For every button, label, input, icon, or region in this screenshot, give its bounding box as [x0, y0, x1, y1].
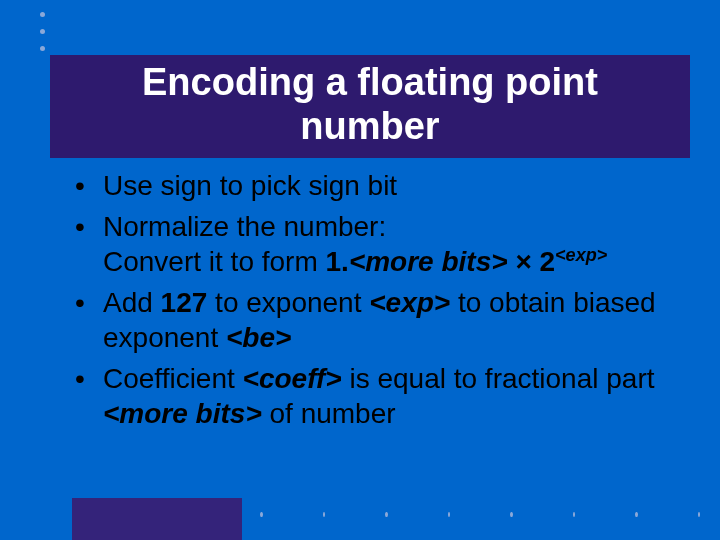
slide: Encoding a floating point number Use sig… — [0, 0, 720, 540]
literal-127: 127 — [161, 287, 208, 318]
times-symbol: × — [508, 246, 540, 277]
placeholder-exp-superscript: <exp> — [555, 245, 607, 265]
literal-one: 1. — [326, 246, 349, 277]
placeholder-more-bits: <more bits> — [103, 398, 262, 429]
bullet-item: Add 127 to exponent <exp> to obtain bias… — [75, 285, 680, 355]
literal-two: 2 — [540, 246, 556, 277]
bullet-item: Coefficient <coeff> is equal to fraction… — [75, 361, 680, 431]
bullet-text: Add — [103, 287, 161, 318]
placeholder-be: <be> — [226, 322, 291, 353]
bullet-text: to exponent — [207, 287, 369, 318]
dot-icon — [573, 512, 576, 517]
placeholder-exp: <exp> — [369, 287, 450, 318]
dot-icon — [260, 512, 263, 517]
dot-icon — [698, 512, 701, 517]
bullet-text: Normalize the number: — [103, 211, 386, 242]
bullet-text: Convert it to form — [103, 246, 326, 277]
bullet-item: Use sign to pick sign bit — [75, 168, 680, 203]
placeholder-more-bits: <more bits> — [349, 246, 508, 277]
dot-icon — [40, 29, 45, 34]
dot-icon — [448, 512, 451, 517]
dot-icon — [323, 512, 326, 517]
slide-title: Encoding a floating point number — [70, 61, 670, 148]
bullet-text: Use sign to pick sign bit — [103, 170, 397, 201]
bullet-text: is equal to fractional part — [342, 363, 655, 394]
bullet-item: Normalize the number: Convert it to form… — [75, 209, 680, 279]
placeholder-coeff: <coeff> — [243, 363, 342, 394]
bullet-text: Coefficient — [103, 363, 243, 394]
decorative-dots-bottom — [260, 512, 700, 517]
decorative-bottom-block — [72, 498, 242, 540]
dot-icon — [40, 12, 45, 17]
dot-icon — [510, 512, 513, 517]
title-band: Encoding a floating point number — [50, 55, 690, 158]
dot-icon — [635, 512, 638, 517]
body-area: Use sign to pick sign bit Normalize the … — [75, 168, 680, 437]
decorative-dots-top-left — [40, 12, 45, 63]
bullet-text: of number — [262, 398, 396, 429]
bullet-list: Use sign to pick sign bit Normalize the … — [75, 168, 680, 431]
dot-icon — [40, 46, 45, 51]
dot-icon — [385, 512, 388, 517]
